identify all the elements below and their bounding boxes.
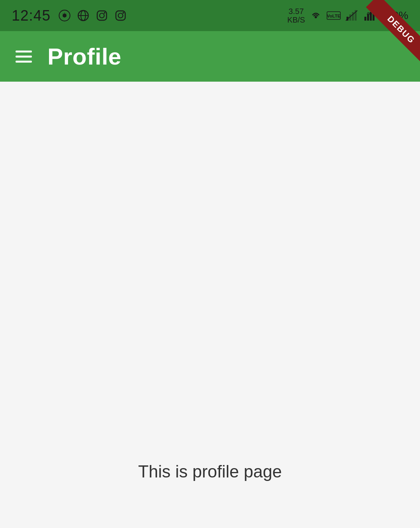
signal-icon-4g: 4G — [362, 9, 376, 23]
app-bar: Profile — [0, 31, 420, 82]
vpn-icon — [76, 9, 90, 23]
data-speed-group: 3.57 KB/S — [287, 7, 305, 24]
profile-placeholder-text: This is profile page — [138, 462, 282, 481]
svg-point-9 — [118, 13, 123, 18]
svg-point-10 — [122, 12, 124, 14]
status-bar-right: 3.57 KB/S VoLTE — [287, 7, 408, 24]
data-speed-unit: KB/S — [287, 16, 305, 24]
svg-point-7 — [104, 12, 105, 14]
page-title: Profile — [47, 43, 121, 70]
status-bar: 12:45 — [0, 0, 420, 31]
instagram-icon-1 — [95, 9, 109, 23]
hamburger-line-3 — [16, 61, 32, 63]
data-speed: 3.57 — [289, 7, 304, 16]
status-time: 12:45 — [12, 7, 51, 24]
svg-point-6 — [100, 13, 104, 18]
volte-icon: VoLTE — [327, 9, 341, 23]
main-content: This is profile page — [0, 82, 420, 528]
svg-text:VoLTE: VoLTE — [327, 14, 341, 18]
battery-level: 100% — [380, 9, 408, 22]
svg-rect-19 — [364, 17, 366, 21]
instagram-icon-2 — [114, 9, 128, 23]
svg-point-11 — [315, 16, 317, 18]
signal-icon-1 — [345, 9, 359, 23]
music-icon — [58, 9, 72, 23]
hamburger-menu-icon[interactable] — [16, 51, 32, 63]
svg-text:4G: 4G — [367, 12, 373, 16]
status-bar-left: 12:45 — [12, 7, 128, 24]
hamburger-line-1 — [16, 51, 32, 52]
svg-rect-22 — [373, 10, 374, 21]
status-icons — [58, 9, 128, 23]
hamburger-line-2 — [16, 56, 32, 58]
hotspot-icon — [309, 9, 323, 23]
